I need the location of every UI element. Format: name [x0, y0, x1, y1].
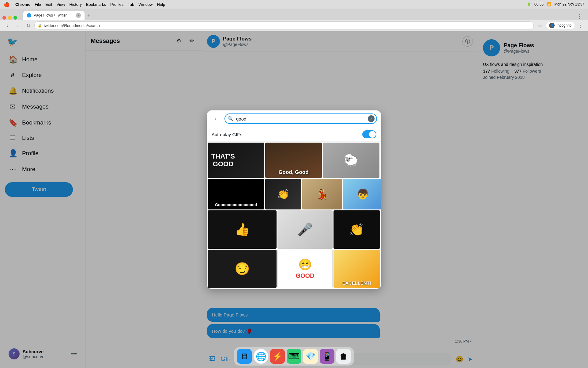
- gif-modal-overlay[interactable]: ← 🔍 × Auto-play GIFs THAT'S: [0, 31, 588, 368]
- gif-item-kid[interactable]: 💃: [302, 179, 342, 209]
- menu-profiles[interactable]: Profiles: [110, 2, 123, 7]
- close-window-btn[interactable]: [2, 16, 6, 20]
- new-tab-btn[interactable]: +: [85, 11, 93, 20]
- battery-icon: 🔋: [527, 2, 531, 6]
- menu-bar: 🍎 Chrome File Edit View History Bookmark…: [0, 0, 588, 9]
- gif-item-excellent[interactable]: EXCELLENT!: [334, 250, 380, 288]
- reload-btn[interactable]: ↻: [24, 21, 32, 30]
- menu-help[interactable]: Help: [157, 2, 165, 7]
- apple-menu[interactable]: 🍎: [4, 2, 10, 7]
- ssl-icon: 🔒: [38, 24, 42, 28]
- battery-time: 00:56: [534, 2, 544, 6]
- gif-modal: ← 🔍 × Auto-play GIFs THAT'S: [207, 110, 381, 289]
- finder-icon: 🖥: [240, 352, 248, 361]
- gif-grid: THAT'SGOOD Good, Good 🐑 Gooooooooooooooo…: [207, 142, 381, 289]
- gif-item-boy[interactable]: 👦: [343, 179, 381, 209]
- gif-label-good-face: GOOD: [296, 272, 314, 279]
- gif-emoji-applause2: 👏: [349, 222, 364, 237]
- gif-back-btn[interactable]: ←: [211, 113, 221, 124]
- gif-row-3: 👍 🎤 👏: [208, 210, 380, 249]
- chrome-icon: 🌐: [256, 351, 266, 362]
- gif-item-emperor[interactable]: Goooooooooooooood: [208, 179, 264, 209]
- dock-item-chrome[interactable]: 🌐: [254, 349, 268, 364]
- gif-search-icon: 🔍: [228, 116, 233, 121]
- gif-label-raccoon: Good, Good: [278, 169, 308, 175]
- browser-toolbar: ‹ › ↻ 🔒 twitter.com/i/foundmedia/search …: [0, 20, 588, 31]
- gif-row-2: Goooooooooooooood 👏 💃 👦: [208, 179, 380, 209]
- back-btn[interactable]: ‹: [3, 21, 12, 30]
- gif-item-thumbs[interactable]: 👍: [208, 210, 277, 249]
- menu-bar-left: 🍎 Chrome File Edit View History Bookmark…: [4, 2, 165, 7]
- wifi-icon: 📶: [547, 2, 551, 6]
- gif-item-standup[interactable]: 🎤: [277, 210, 333, 249]
- gif-label-emperor: Goooooooooooooood: [215, 202, 257, 207]
- gif-item-sheep[interactable]: 🐑: [323, 143, 379, 178]
- toolbar-right: ☆ 👤 Incognito ⋮: [536, 21, 585, 30]
- browser-menu-icon[interactable]: ⋮: [577, 13, 586, 20]
- browser-more-btn[interactable]: ⋮: [576, 21, 585, 30]
- gif-emoji-applause1: 👏: [277, 188, 289, 200]
- gif-item-applause2[interactable]: 👏: [334, 210, 380, 249]
- minimize-window-btn[interactable]: [8, 16, 12, 20]
- gif-item-thats-good[interactable]: THAT'SGOOD: [208, 143, 264, 178]
- gif-search-input[interactable]: [224, 113, 377, 124]
- toggle-knob: [369, 131, 376, 138]
- app-name[interactable]: Chrome: [15, 2, 30, 7]
- browser-chrome: Page Flows / Twitter × + ⋮ ‹ › ↻ 🔒 twitt…: [0, 9, 588, 31]
- gif-emoji-thumbs: 👍: [235, 222, 250, 237]
- autoplay-toggle[interactable]: [362, 130, 376, 138]
- address-bar[interactable]: 🔒 twitter.com/i/foundmedia/search: [34, 21, 534, 29]
- bookmark-star-icon[interactable]: ☆: [536, 21, 544, 30]
- dock-item-iterm[interactable]: ⌨: [287, 349, 301, 364]
- incognito-label: Incognito: [556, 23, 571, 28]
- gif-emoji-kid: 💃: [316, 188, 328, 200]
- gif-emoji-standup: 🎤: [297, 222, 313, 237]
- tab-bar: Page Flows / Twitter × + ⋮: [0, 9, 588, 20]
- apps-icon: 📱: [322, 352, 332, 361]
- menu-edit[interactable]: Edit: [45, 2, 52, 7]
- maximize-window-btn[interactable]: [13, 16, 17, 20]
- dock-item-finder[interactable]: 🖥: [237, 349, 252, 364]
- menu-bar-right: 🔋 00:56 📶 Mon 22 Nov 13:37: [527, 2, 584, 6]
- autoplay-label: Auto-play GIFs: [212, 132, 242, 137]
- gif-settings-bar: Auto-play GIFs: [207, 127, 381, 142]
- gif-emoji-good-face: 😁: [298, 258, 312, 271]
- sketch-icon: 💎: [306, 352, 315, 361]
- gif-item-good-face[interactable]: 😁 GOOD: [277, 250, 333, 288]
- browser-tab-active[interactable]: Page Flows / Twitter ×: [23, 11, 85, 20]
- window-controls: [2, 16, 17, 20]
- gif-item-applause1[interactable]: 👏: [265, 179, 301, 209]
- menu-window[interactable]: Window: [138, 2, 153, 7]
- incognito-badge: 👤 Incognito: [546, 22, 575, 29]
- reeder-icon: ⚡: [273, 352, 282, 361]
- dock: 🖥 🌐 ⚡ ⌨ 💎 📱 🗑: [234, 347, 354, 366]
- gif-item-raccoon[interactable]: Good, Good: [265, 143, 322, 178]
- forward-btn: ›: [13, 21, 22, 30]
- gif-item-ron[interactable]: 😏: [208, 250, 277, 288]
- menu-history[interactable]: History: [69, 2, 81, 7]
- dock-item-apps[interactable]: 📱: [320, 349, 334, 364]
- tab-close-btn[interactable]: ×: [76, 13, 81, 18]
- iterm-icon: ⌨: [288, 352, 300, 361]
- trash-icon: 🗑: [340, 352, 348, 361]
- gif-row-4: 😏 😁 GOOD EXCELLENT!: [208, 250, 380, 288]
- dock-item-sketch[interactable]: 💎: [303, 349, 318, 364]
- menu-bookmarks[interactable]: Bookmarks: [86, 2, 106, 7]
- menu-file[interactable]: File: [35, 2, 41, 7]
- gif-label-thats-good: THAT'SGOOD: [211, 153, 235, 167]
- gif-label-excellent: EXCELLENT!: [342, 280, 371, 286]
- dock-item-trash[interactable]: 🗑: [336, 349, 351, 364]
- tab-title: Page Flows / Twitter: [34, 13, 74, 17]
- menu-tab[interactable]: Tab: [128, 2, 134, 7]
- gif-clear-btn[interactable]: ×: [368, 115, 375, 122]
- clock: Mon 22 Nov 13:37: [554, 2, 584, 6]
- gif-emoji-ron: 😏: [235, 262, 250, 276]
- incognito-icon: 👤: [549, 23, 555, 28]
- dock-item-reeder[interactable]: ⚡: [270, 349, 285, 364]
- url-text: twitter.com/i/foundmedia/search: [44, 23, 100, 28]
- gif-emoji-boy: 👦: [357, 188, 369, 200]
- menu-view[interactable]: View: [56, 2, 65, 7]
- gif-row-1: THAT'SGOOD Good, Good 🐑: [208, 143, 380, 178]
- gif-modal-header: ← 🔍 ×: [207, 110, 381, 127]
- gif-emoji-sheep: 🐑: [344, 153, 359, 167]
